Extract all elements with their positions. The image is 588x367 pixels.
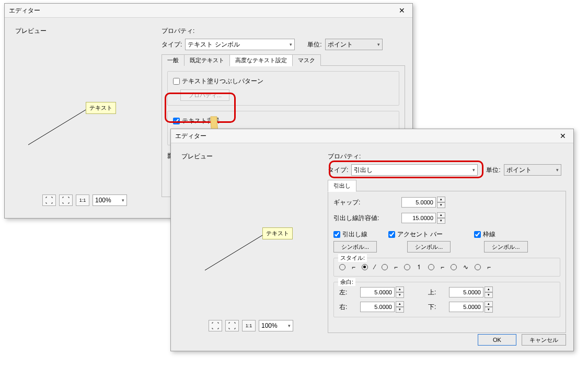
titlebar-1: エディター ✕: [5, 4, 412, 18]
tab-mask[interactable]: マスク: [292, 54, 321, 66]
unit-select-2[interactable]: ポイント▾: [504, 164, 561, 176]
unit-label-1: 単位:: [307, 40, 321, 49]
tolerance-spinner[interactable]: ▴▾: [401, 212, 445, 224]
editor-dialog-2: エディター ✕ プレビュー テキスト 1:1 100%▾ プロパティ: タイプ:…: [170, 129, 574, 351]
gap-label: ギャップ:: [333, 198, 391, 207]
accent-checkbox[interactable]: アクセント バー: [388, 230, 443, 239]
cancel-button[interactable]: キャンセル: [522, 334, 566, 346]
fill-pattern-checkbox[interactable]: テキスト塗りつぶしパターン: [173, 77, 263, 86]
unit-select-1[interactable]: ポイント▾: [325, 39, 383, 50]
zoom-fit-icon[interactable]: [42, 194, 56, 206]
preview-area-2: テキスト: [181, 160, 317, 317]
style-glyph-1: ⌐: [352, 263, 355, 271]
type-select-1[interactable]: テキスト シンボル▾: [185, 39, 295, 50]
unit-label-2: 単位:: [486, 166, 500, 175]
style-option-3[interactable]: [382, 264, 388, 270]
tab-default-text[interactable]: 既定テキスト: [184, 54, 230, 66]
style-option-2[interactable]: [362, 264, 368, 270]
tabstrip-2: 引出し: [328, 180, 566, 191]
accent-symbol-button[interactable]: シンボル...: [407, 241, 451, 253]
zoom-1to1-button[interactable]: 1:1: [76, 194, 89, 206]
preview-text-bubble-1: テキスト: [86, 102, 116, 114]
margin-right-spinner[interactable]: ▴▾: [360, 301, 404, 313]
fill-pattern-properties-button: プロパティ...: [180, 89, 229, 101]
zoom-fit-icon[interactable]: [209, 320, 222, 331]
type-label-2: タイプ:: [328, 166, 348, 175]
titlebar-2: エディター ✕: [171, 129, 573, 143]
style-glyph-7: ⌐: [487, 263, 491, 271]
preview-area-1: テキスト: [15, 35, 151, 192]
zoom-select-1[interactable]: 100%▾: [93, 194, 127, 206]
tab-general[interactable]: 一般: [162, 54, 185, 66]
tab-advanced-text[interactable]: 高度なテキスト設定: [229, 54, 293, 66]
leader-checkbox[interactable]: 引出し線: [333, 230, 367, 239]
svg-line-1: [205, 234, 265, 270]
border-checkbox[interactable]: 枠線: [474, 230, 495, 239]
preview-label-1: プレビュー: [15, 27, 47, 36]
zoom-select-2[interactable]: 100%▾: [259, 320, 293, 331]
margin-bottom-label: 下:: [428, 303, 441, 312]
preview-text-bubble-2: テキスト: [262, 227, 293, 239]
title-text-2: エディター: [175, 132, 206, 141]
type-label-1: タイプ:: [162, 40, 182, 49]
style-glyph-3: ⌐: [394, 263, 398, 271]
margin-right-label: 右:: [339, 303, 352, 312]
margin-bottom-spinner[interactable]: ▴▾: [449, 301, 493, 313]
zoom-full-icon[interactable]: [59, 194, 73, 206]
leader-symbol-button[interactable]: シンボル...: [333, 241, 377, 253]
zoom-controls-1: 1:1 100%▾: [42, 194, 127, 206]
style-option-5[interactable]: [428, 264, 434, 270]
style-option-1[interactable]: [339, 264, 345, 270]
style-glyph-5: ⌐: [441, 263, 444, 271]
close-icon[interactable]: ✕: [396, 6, 408, 15]
property-label-2: プロパティ:: [328, 152, 361, 161]
margin-left-spinner[interactable]: ▴▾: [360, 286, 404, 298]
zoom-1to1-button[interactable]: 1:1: [242, 320, 256, 331]
zoom-controls-2: 1:1 100%▾: [209, 320, 293, 331]
margin-left-label: 左:: [339, 288, 352, 297]
property-label-1: プロパティ:: [162, 27, 194, 36]
margins-group-label: 余白:: [338, 278, 355, 286]
svg-line-0: [28, 108, 88, 145]
style-option-6[interactable]: [451, 264, 457, 270]
style-glyph-4: ↿: [417, 263, 422, 271]
style-radios: ⌐ ∕ ⌐ ↿ ⌐ ∿ ⌐: [338, 261, 556, 273]
style-option-7[interactable]: [475, 264, 481, 270]
preview-label-2: プレビュー: [181, 152, 213, 161]
close-icon[interactable]: ✕: [557, 132, 569, 140]
border-symbol-button[interactable]: シンボル...: [484, 241, 527, 253]
tabstrip-1: 一般 既定テキスト 高度なテキスト設定 マスク: [162, 54, 405, 66]
text-background-checkbox[interactable]: テキスト背景: [173, 117, 220, 125]
margin-top-label: 上:: [428, 288, 441, 297]
ok-button[interactable]: OK: [478, 334, 516, 346]
style-glyph-6: ∿: [463, 263, 468, 271]
title-text-1: エディター: [9, 6, 40, 15]
tolerance-label: 引出し線許容値:: [333, 214, 391, 223]
type-select-2[interactable]: 引出し▾: [351, 164, 478, 176]
gap-spinner[interactable]: ▴▾: [401, 197, 445, 208]
margin-top-spinner[interactable]: ▴▾: [449, 286, 493, 298]
zoom-full-icon[interactable]: [225, 320, 239, 331]
style-option-4[interactable]: [404, 264, 410, 270]
style-group-label: スタイル:: [338, 254, 367, 262]
tab-callout[interactable]: 引出し: [328, 180, 356, 192]
style-glyph-2: ∕: [374, 263, 375, 271]
